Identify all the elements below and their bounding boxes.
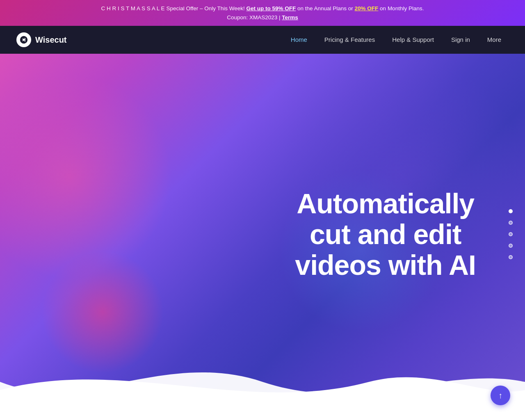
announcement-prefix: C H R I S T M A S S A L E Special Offer … bbox=[101, 5, 247, 11]
scroll-dots bbox=[509, 209, 513, 259]
scroll-dot-1[interactable] bbox=[509, 209, 513, 213]
coupon-label: Coupon: XMAS2023 | bbox=[227, 14, 282, 21]
scroll-dot-4[interactable] bbox=[509, 244, 513, 248]
nav-link-signin[interactable]: Sign in bbox=[444, 33, 477, 46]
nav-links: Home Pricing & Features Help & Support S… bbox=[283, 36, 509, 43]
brand-name: Wisecut bbox=[35, 35, 67, 45]
hero-line3: videos with AI bbox=[295, 249, 476, 281]
back-to-top-button[interactable]: ↑ bbox=[491, 386, 510, 405]
scroll-dot-2[interactable] bbox=[509, 221, 513, 225]
nav-link-help[interactable]: Help & Support bbox=[385, 33, 441, 46]
nav-item-more: More bbox=[480, 36, 509, 43]
offer2-link[interactable]: 20% OFF bbox=[355, 5, 379, 11]
announcement-line1: C H R I S T M A S S A L E Special Offer … bbox=[8, 4, 517, 13]
announcement-line2: Coupon: XMAS2023 | Terms bbox=[8, 13, 517, 22]
offer1-link[interactable]: Get up to 59% OFF bbox=[246, 5, 296, 11]
hero-text-block: Automatically cut and edit videos with A… bbox=[295, 188, 476, 280]
scroll-dot-5[interactable] bbox=[509, 255, 513, 259]
logo-icon bbox=[16, 32, 31, 47]
nav-link-home[interactable]: Home bbox=[283, 33, 315, 46]
announcement-suffix: on Monthly Plans. bbox=[378, 5, 424, 11]
nav-link-pricing[interactable]: Pricing & Features bbox=[317, 33, 382, 46]
nav-item-signin: Sign in bbox=[444, 36, 477, 43]
terms-link[interactable]: Terms bbox=[282, 14, 298, 21]
announcement-middle: on the Annual Plans or bbox=[296, 5, 354, 11]
announcement-bar: C H R I S T M A S S A L E Special Offer … bbox=[0, 0, 525, 26]
hero-section: Automatically cut and edit videos with A… bbox=[0, 54, 525, 415]
hero-content: Automatically cut and edit videos with A… bbox=[0, 188, 525, 280]
nav-item-pricing: Pricing & Features bbox=[317, 36, 382, 43]
hero-wave bbox=[0, 349, 525, 415]
brand-logo[interactable]: Wisecut bbox=[16, 32, 67, 47]
nav-item-help: Help & Support bbox=[385, 36, 441, 43]
logo-svg bbox=[19, 35, 28, 44]
hero-line2: cut and edit bbox=[310, 219, 461, 250]
hero-line1: Automatically bbox=[297, 188, 474, 219]
hero-title: Automatically cut and edit videos with A… bbox=[295, 188, 476, 280]
nav-link-more[interactable]: More bbox=[480, 33, 509, 46]
nav-item-home: Home bbox=[283, 36, 315, 43]
scroll-dot-3[interactable] bbox=[509, 232, 513, 236]
navbar: Wisecut Home Pricing & Features Help & S… bbox=[0, 26, 525, 54]
